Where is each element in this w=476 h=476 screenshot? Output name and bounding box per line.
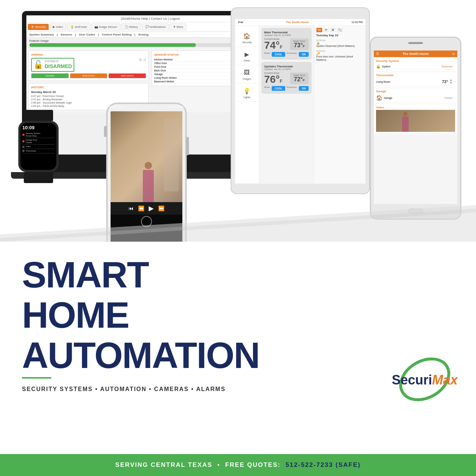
diagonal-divider (0, 205, 476, 242)
upstairs-mode-buttons: Mode: COOL Schedules: ON (264, 86, 309, 91)
android-thermostat-item: Living Room 72° ▲ ▼ › (376, 78, 455, 86)
bottom-bar: SERVING CENTRAL TEXAS • FREE QUOTES: 512… (0, 454, 476, 476)
tablet-sidebar: 🏠 Security ▶ Video 🖼 Images 💡 (235, 26, 259, 183)
bottom-section: SMART HOME AUTOMATION SECURITY SYSTEMS •… (0, 242, 476, 476)
android-security-section: Security System 🔒 System Disarmed › (374, 58, 457, 71)
watch-device: 10:09 Security System Armed Away Garage … (15, 110, 62, 172)
watch-strap-top (24, 110, 53, 121)
events-filter-3[interactable]: 🔍 (337, 28, 343, 32)
upstairs-cool-button[interactable]: COOL (272, 86, 285, 91)
event-item-1: 12:00 pm 🔑 Front door lock: Unlocked (Wo… (316, 50, 363, 62)
arm-stay-button[interactable]: ARM (STAY) (70, 73, 108, 78)
top-section: JSmith/Home Help | Contact Us | Logout 🏠… (0, 0, 476, 242)
watch-item-security: Security System Armed Away (22, 131, 55, 138)
watch-item-video: Video (22, 145, 55, 149)
main-current-temp: Current temp: 74°F (264, 38, 287, 51)
garage-chevron-icon: › (454, 96, 455, 100)
event-item-0: 12:30 pm 🔒 System Disarmed (Woof Walkers… (316, 39, 363, 48)
security-icon: 🔒 (376, 64, 380, 68)
nav-tab-notif[interactable]: 💬 Notifications (142, 23, 169, 30)
tablet-device: iPad The Smith Home 12:42 PM 🏠 Security … (231, 7, 370, 194)
android-outer: ☰ The Smith Home ⊙ Security System 🔒 Sys… (370, 37, 461, 220)
main-therm-temps: Current temp: 74°F Target Temp: 73°F (264, 38, 309, 51)
arm-away-button[interactable]: ARM (AWAY) (108, 73, 146, 78)
door-shape (164, 119, 179, 191)
nav-tab-video[interactable]: ▶ Video (49, 23, 66, 30)
thermostat-chevron-icon: › (454, 80, 455, 84)
garage-icon: 🏠 (376, 95, 382, 101)
history-item-0: 2:47 pm - Front Door Closed (31, 94, 146, 98)
tablet-body: 🏠 Security ▶ Video 🖼 Images 💡 (235, 26, 365, 183)
headline-line3: AUTOMATION (22, 337, 454, 373)
upstairs-therm-temps: Current temp: 76°F Target Temp: 72°F (264, 72, 309, 85)
person-body (143, 170, 154, 202)
temp-stepper[interactable]: ▲ ▼ (450, 79, 453, 85)
sidebar-item-security[interactable]: 🏠 Security (235, 29, 259, 47)
android-speaker (408, 42, 423, 44)
upstairs-thermostat-card: Upstairs Thermostat Updated: Sep 23, 12:… (261, 62, 312, 94)
watch-time: 10:09 (22, 125, 55, 130)
history-date: Monday March 25 (31, 90, 146, 94)
history-title: HISTORY (31, 86, 146, 89)
nav-tab-image[interactable]: 📷 Image Sensor (91, 23, 120, 30)
logo-text: SecuriMax (392, 372, 458, 388)
main-temp-value: 74°F (264, 40, 287, 51)
upstairs-target-box: Target Temp: 72°F (290, 72, 309, 84)
person-figure (139, 162, 157, 202)
tablet-header: iPad The Smith Home 12:42 PM (235, 19, 365, 26)
nav-tab-empower[interactable]: 💡 emPower (67, 23, 90, 30)
tablet-main: Main Thermostat Updated: Sep 23, 12:42PM… (259, 26, 314, 183)
android-video-thumbnail[interactable] (376, 110, 455, 132)
video-person (400, 112, 411, 132)
chevron-right-icon: › (454, 64, 455, 68)
lights-icon: 💡 (242, 86, 251, 95)
upstairs-temp-value: 76°F (264, 74, 287, 85)
events-filter-1[interactable]: ✏ (324, 28, 329, 32)
settings-icons: ⚙ ↺ (139, 58, 146, 72)
main-target-temp: 73°F (293, 42, 306, 49)
nav-tab-security[interactable]: 🏠 Security (28, 24, 49, 30)
sidebar-item-lights[interactable]: 💡 Lights (235, 83, 259, 102)
events-panel: All ✏ ⚙ 🔍 Tuesday Sep 23 12:30 pm 🔒 Syst… (314, 26, 365, 183)
events-date: Tuesday Sep 23 (316, 34, 363, 37)
nav-tab-history[interactable]: 📋 History (121, 23, 141, 30)
upstairs-target-temp: 72°F (293, 76, 306, 83)
tablet-top-buttons: All ✏ ⚙ 🔍 (316, 28, 363, 32)
android-security-item: 🔒 System Disarmed › (376, 63, 455, 70)
main-thermostat-card: Main Thermostat Updated: Sep 23, 12:42PM… (261, 28, 312, 60)
events-filter-2[interactable]: ⚙ (330, 28, 335, 32)
nav-tab-more[interactable]: ▼ More (170, 23, 186, 30)
android-video-section: Video (374, 104, 457, 133)
power-button (186, 137, 189, 155)
sidebar-item-images[interactable]: 🖼 Images (235, 65, 259, 83)
upstairs-schedule-button[interactable]: ON (299, 86, 309, 91)
services-text: SECURITY SYSTEMS • AUTOMATION • CAMERAS … (22, 386, 454, 393)
schedule-on-button[interactable]: ON (299, 52, 309, 57)
sidebar-item-video[interactable]: ▶ Video (235, 47, 259, 65)
camera-image (111, 111, 182, 202)
images-icon: 🖼 (242, 68, 251, 77)
cool-mode-button[interactable]: COOL (272, 52, 285, 57)
left-panel: ARMING 🔓 SYSTEM IS DISARMED ⚙ ↺ (29, 51, 149, 110)
phone-number: 512-522-7233 (SAFE) (286, 461, 361, 468)
android-garage-section: Garage 🏠 Garage Closed › (374, 88, 457, 104)
all-tab[interactable]: All (316, 28, 322, 32)
android-phone-device: ☰ The Smith Home ⊙ Security System 🔒 Sys… (370, 37, 461, 231)
headline-line2: HOME (22, 297, 454, 333)
arming-section: ARMING 🔓 SYSTEM IS DISARMED ⚙ ↺ (29, 51, 149, 81)
feature-bar-fill (29, 43, 196, 47)
disarmed-text: SYSTEM IS DISARMED (45, 60, 72, 69)
main-mode-buttons: Mode: COOL Schedules: ON (264, 52, 309, 57)
tablet-screen: iPad The Smith Home 12:42 PM 🏠 Security … (235, 19, 365, 184)
headline-underline (22, 377, 51, 379)
disarm-button[interactable]: DISARM (31, 73, 69, 78)
video-icon: ▶ (242, 50, 251, 59)
event-icon-0: 🔒 (316, 41, 363, 45)
watch-item-thermostat: Thermostat (22, 149, 55, 153)
arm-buttons: DISARM ARM (STAY) ARM (AWAY) (31, 73, 146, 78)
history-item-1: 2:47 pm - Arming Reminder (31, 98, 146, 101)
event-icon-1: 🔑 (316, 52, 363, 55)
home-icon: 🏠 (242, 31, 251, 40)
headline-line1: SMART (22, 256, 454, 293)
android-header: ☰ The Smith Home ⊙ (374, 51, 457, 57)
